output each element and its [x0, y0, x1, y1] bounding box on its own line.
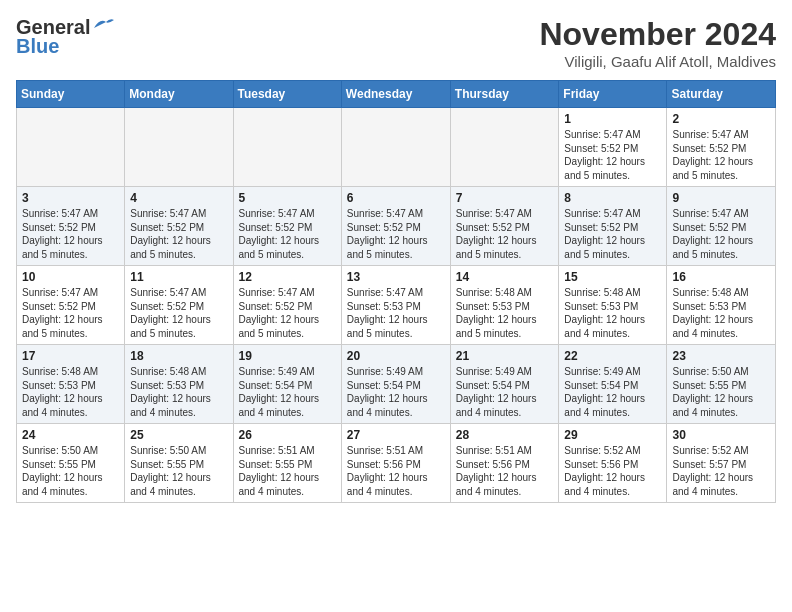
- day-info: Sunrise: 5:49 AMSunset: 5:54 PMDaylight:…: [239, 365, 336, 419]
- calendar-week-row: 1Sunrise: 5:47 AMSunset: 5:52 PMDaylight…: [17, 108, 776, 187]
- calendar-cell: [341, 108, 450, 187]
- day-info: Sunrise: 5:48 AMSunset: 5:53 PMDaylight:…: [564, 286, 661, 340]
- day-number: 6: [347, 191, 445, 205]
- day-info: Sunrise: 5:47 AMSunset: 5:52 PMDaylight:…: [130, 207, 227, 261]
- weekday-header-wednesday: Wednesday: [341, 81, 450, 108]
- day-info: Sunrise: 5:52 AMSunset: 5:57 PMDaylight:…: [672, 444, 770, 498]
- calendar-cell: 27Sunrise: 5:51 AMSunset: 5:56 PMDayligh…: [341, 424, 450, 503]
- weekday-header-monday: Monday: [125, 81, 233, 108]
- location-subtitle: Viligili, Gaafu Alif Atoll, Maldives: [539, 53, 776, 70]
- calendar-week-row: 10Sunrise: 5:47 AMSunset: 5:52 PMDayligh…: [17, 266, 776, 345]
- calendar-cell: 19Sunrise: 5:49 AMSunset: 5:54 PMDayligh…: [233, 345, 341, 424]
- day-info: Sunrise: 5:47 AMSunset: 5:52 PMDaylight:…: [239, 286, 336, 340]
- weekday-header-sunday: Sunday: [17, 81, 125, 108]
- day-number: 17: [22, 349, 119, 363]
- day-info: Sunrise: 5:47 AMSunset: 5:52 PMDaylight:…: [564, 128, 661, 182]
- calendar-cell: 15Sunrise: 5:48 AMSunset: 5:53 PMDayligh…: [559, 266, 667, 345]
- day-number: 20: [347, 349, 445, 363]
- calendar-cell: 23Sunrise: 5:50 AMSunset: 5:55 PMDayligh…: [667, 345, 776, 424]
- calendar-week-row: 24Sunrise: 5:50 AMSunset: 5:55 PMDayligh…: [17, 424, 776, 503]
- day-number: 13: [347, 270, 445, 284]
- weekday-header-saturday: Saturday: [667, 81, 776, 108]
- weekday-header-friday: Friday: [559, 81, 667, 108]
- calendar-cell: 26Sunrise: 5:51 AMSunset: 5:55 PMDayligh…: [233, 424, 341, 503]
- day-number: 1: [564, 112, 661, 126]
- calendar-cell: 25Sunrise: 5:50 AMSunset: 5:55 PMDayligh…: [125, 424, 233, 503]
- day-number: 7: [456, 191, 554, 205]
- calendar-cell: 6Sunrise: 5:47 AMSunset: 5:52 PMDaylight…: [341, 187, 450, 266]
- month-year-title: November 2024: [539, 16, 776, 53]
- day-number: 28: [456, 428, 554, 442]
- calendar-cell: 29Sunrise: 5:52 AMSunset: 5:56 PMDayligh…: [559, 424, 667, 503]
- day-number: 14: [456, 270, 554, 284]
- calendar-cell: 7Sunrise: 5:47 AMSunset: 5:52 PMDaylight…: [450, 187, 559, 266]
- day-info: Sunrise: 5:47 AMSunset: 5:52 PMDaylight:…: [130, 286, 227, 340]
- day-number: 18: [130, 349, 227, 363]
- day-number: 27: [347, 428, 445, 442]
- calendar-cell: [450, 108, 559, 187]
- day-number: 22: [564, 349, 661, 363]
- calendar-cell: 10Sunrise: 5:47 AMSunset: 5:52 PMDayligh…: [17, 266, 125, 345]
- day-info: Sunrise: 5:49 AMSunset: 5:54 PMDaylight:…: [456, 365, 554, 419]
- calendar-cell: 16Sunrise: 5:48 AMSunset: 5:53 PMDayligh…: [667, 266, 776, 345]
- day-info: Sunrise: 5:47 AMSunset: 5:52 PMDaylight:…: [564, 207, 661, 261]
- page-header: General Blue November 2024 Viligili, Gaa…: [16, 16, 776, 70]
- day-number: 5: [239, 191, 336, 205]
- day-info: Sunrise: 5:47 AMSunset: 5:52 PMDaylight:…: [347, 207, 445, 261]
- calendar-cell: 24Sunrise: 5:50 AMSunset: 5:55 PMDayligh…: [17, 424, 125, 503]
- day-info: Sunrise: 5:50 AMSunset: 5:55 PMDaylight:…: [672, 365, 770, 419]
- day-info: Sunrise: 5:47 AMSunset: 5:52 PMDaylight:…: [22, 207, 119, 261]
- day-info: Sunrise: 5:47 AMSunset: 5:52 PMDaylight:…: [22, 286, 119, 340]
- day-number: 11: [130, 270, 227, 284]
- day-info: Sunrise: 5:51 AMSunset: 5:55 PMDaylight:…: [239, 444, 336, 498]
- day-number: 10: [22, 270, 119, 284]
- day-number: 8: [564, 191, 661, 205]
- title-section: November 2024 Viligili, Gaafu Alif Atoll…: [539, 16, 776, 70]
- calendar-cell: [17, 108, 125, 187]
- day-number: 21: [456, 349, 554, 363]
- day-info: Sunrise: 5:50 AMSunset: 5:55 PMDaylight:…: [22, 444, 119, 498]
- day-number: 24: [22, 428, 119, 442]
- logo-blue: Blue: [16, 35, 59, 58]
- day-number: 12: [239, 270, 336, 284]
- calendar-cell: 18Sunrise: 5:48 AMSunset: 5:53 PMDayligh…: [125, 345, 233, 424]
- calendar-week-row: 3Sunrise: 5:47 AMSunset: 5:52 PMDaylight…: [17, 187, 776, 266]
- calendar-cell: 17Sunrise: 5:48 AMSunset: 5:53 PMDayligh…: [17, 345, 125, 424]
- calendar-cell: [233, 108, 341, 187]
- calendar-cell: 3Sunrise: 5:47 AMSunset: 5:52 PMDaylight…: [17, 187, 125, 266]
- calendar-cell: 11Sunrise: 5:47 AMSunset: 5:52 PMDayligh…: [125, 266, 233, 345]
- day-info: Sunrise: 5:47 AMSunset: 5:52 PMDaylight:…: [672, 207, 770, 261]
- day-info: Sunrise: 5:51 AMSunset: 5:56 PMDaylight:…: [347, 444, 445, 498]
- day-number: 2: [672, 112, 770, 126]
- day-number: 4: [130, 191, 227, 205]
- day-info: Sunrise: 5:51 AMSunset: 5:56 PMDaylight:…: [456, 444, 554, 498]
- calendar-cell: 1Sunrise: 5:47 AMSunset: 5:52 PMDaylight…: [559, 108, 667, 187]
- day-info: Sunrise: 5:49 AMSunset: 5:54 PMDaylight:…: [347, 365, 445, 419]
- day-info: Sunrise: 5:49 AMSunset: 5:54 PMDaylight:…: [564, 365, 661, 419]
- day-number: 3: [22, 191, 119, 205]
- day-info: Sunrise: 5:47 AMSunset: 5:52 PMDaylight:…: [456, 207, 554, 261]
- calendar-cell: 12Sunrise: 5:47 AMSunset: 5:52 PMDayligh…: [233, 266, 341, 345]
- calendar-cell: 20Sunrise: 5:49 AMSunset: 5:54 PMDayligh…: [341, 345, 450, 424]
- day-number: 30: [672, 428, 770, 442]
- logo: General Blue: [16, 16, 114, 58]
- weekday-header-thursday: Thursday: [450, 81, 559, 108]
- day-info: Sunrise: 5:48 AMSunset: 5:53 PMDaylight:…: [456, 286, 554, 340]
- day-info: Sunrise: 5:52 AMSunset: 5:56 PMDaylight:…: [564, 444, 661, 498]
- calendar-cell: 9Sunrise: 5:47 AMSunset: 5:52 PMDaylight…: [667, 187, 776, 266]
- calendar-cell: 21Sunrise: 5:49 AMSunset: 5:54 PMDayligh…: [450, 345, 559, 424]
- day-info: Sunrise: 5:48 AMSunset: 5:53 PMDaylight:…: [130, 365, 227, 419]
- calendar-cell: 30Sunrise: 5:52 AMSunset: 5:57 PMDayligh…: [667, 424, 776, 503]
- calendar-cell: 13Sunrise: 5:47 AMSunset: 5:53 PMDayligh…: [341, 266, 450, 345]
- calendar-cell: 22Sunrise: 5:49 AMSunset: 5:54 PMDayligh…: [559, 345, 667, 424]
- calendar-cell: 4Sunrise: 5:47 AMSunset: 5:52 PMDaylight…: [125, 187, 233, 266]
- day-info: Sunrise: 5:48 AMSunset: 5:53 PMDaylight:…: [22, 365, 119, 419]
- day-number: 16: [672, 270, 770, 284]
- calendar-cell: [125, 108, 233, 187]
- calendar-cell: 5Sunrise: 5:47 AMSunset: 5:52 PMDaylight…: [233, 187, 341, 266]
- day-number: 9: [672, 191, 770, 205]
- calendar-cell: 2Sunrise: 5:47 AMSunset: 5:52 PMDaylight…: [667, 108, 776, 187]
- day-number: 25: [130, 428, 227, 442]
- day-info: Sunrise: 5:48 AMSunset: 5:53 PMDaylight:…: [672, 286, 770, 340]
- day-info: Sunrise: 5:47 AMSunset: 5:52 PMDaylight:…: [672, 128, 770, 182]
